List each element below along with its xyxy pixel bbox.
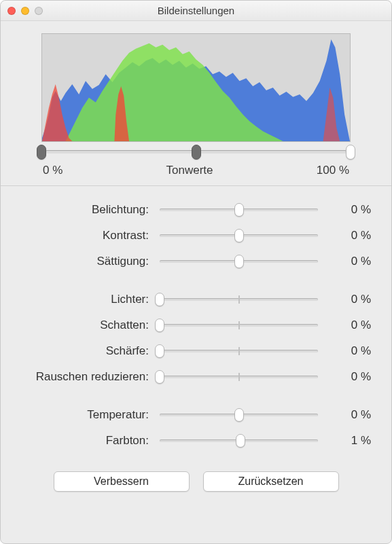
slider-label: Schatten: bbox=[14, 319, 149, 332]
window-controls bbox=[7, 7, 43, 15]
exposure-slider[interactable] bbox=[156, 202, 322, 218]
shadows-slider[interactable] bbox=[156, 317, 322, 333]
slider-knob[interactable] bbox=[234, 255, 244, 268]
enhance-button[interactable]: Verbessern bbox=[54, 471, 190, 492]
slider-label: Schärfe: bbox=[14, 344, 149, 358]
levels-center-label: Tonwerte bbox=[63, 164, 317, 177]
slider-tick bbox=[238, 347, 240, 355]
window-title: Bildeinstellungen bbox=[7, 5, 385, 16]
group-gap bbox=[14, 390, 371, 402]
slider-label: Rauschen reduzieren: bbox=[14, 370, 149, 384]
slider-knob[interactable] bbox=[234, 229, 244, 242]
tint-slider[interactable] bbox=[156, 433, 322, 449]
temperature-slider[interactable] bbox=[156, 407, 322, 423]
content: 0 % Tonwerte 100 % Belichtung:0 %Kontras… bbox=[1, 21, 391, 543]
minimize-icon[interactable] bbox=[21, 7, 29, 15]
histogram bbox=[41, 33, 351, 142]
slider-knob[interactable] bbox=[155, 370, 164, 384]
levels-labels: 0 % Tonwerte 100 % bbox=[41, 164, 351, 185]
levels-section: 0 % Tonwerte 100 % bbox=[1, 142, 391, 185]
slider-knob[interactable] bbox=[155, 344, 164, 358]
slider-row-tint: Farbton:1 % bbox=[14, 428, 371, 454]
slider-value: 0 % bbox=[329, 203, 371, 217]
levels-white-handle[interactable] bbox=[346, 145, 355, 160]
slider-label: Lichter: bbox=[14, 293, 149, 306]
slider-row-temperature: Temperatur:0 % bbox=[14, 402, 371, 428]
histogram-svg bbox=[42, 34, 350, 141]
slider-row-sharpness: Schärfe:0 % bbox=[14, 338, 371, 364]
footer: Verbessern Zurücksetzen bbox=[1, 459, 391, 508]
slider-row-highlights: Lichter:0 % bbox=[14, 287, 371, 312]
slider-knob[interactable] bbox=[234, 408, 244, 422]
slider-label: Temperatur: bbox=[14, 408, 149, 422]
slider-knob[interactable] bbox=[155, 319, 164, 332]
slider-value: 0 % bbox=[329, 344, 371, 358]
sliders-section: Belichtung:0 %Kontrast:0 %Sättigung:0 %L… bbox=[1, 186, 391, 459]
slider-label: Farbton: bbox=[14, 434, 149, 448]
sharpness-slider[interactable] bbox=[156, 343, 322, 359]
slider-row-shadows: Schatten:0 % bbox=[14, 312, 371, 338]
slider-tick bbox=[238, 373, 240, 381]
slider-tick bbox=[238, 295, 240, 304]
slider-label: Belichtung: bbox=[14, 203, 149, 217]
slider-value: 0 % bbox=[329, 370, 371, 384]
slider-label: Kontrast: bbox=[14, 229, 149, 242]
levels-mid-handle[interactable] bbox=[192, 145, 201, 160]
denoise-slider[interactable] bbox=[156, 369, 322, 385]
slider-value: 1 % bbox=[329, 434, 371, 448]
group-gap bbox=[14, 274, 371, 287]
saturation-slider[interactable] bbox=[156, 253, 322, 270]
reset-button[interactable]: Zurücksetzen bbox=[203, 471, 339, 492]
close-icon[interactable] bbox=[7, 7, 16, 15]
slider-row-saturation: Sättigung:0 % bbox=[14, 249, 371, 274]
slider-row-exposure: Belichtung:0 % bbox=[14, 197, 371, 223]
levels-left-label: 0 % bbox=[43, 164, 63, 177]
levels-black-handle[interactable] bbox=[37, 145, 46, 160]
slider-value: 0 % bbox=[329, 293, 371, 306]
slider-value: 0 % bbox=[329, 319, 371, 332]
slider-knob[interactable] bbox=[155, 293, 164, 306]
slider-row-denoise: Rauschen reduzieren:0 % bbox=[14, 364, 371, 390]
levels-track[interactable] bbox=[41, 145, 351, 164]
slider-knob[interactable] bbox=[236, 434, 245, 448]
maximize-icon bbox=[35, 7, 43, 15]
slider-label: Sättigung: bbox=[14, 255, 149, 268]
slider-value: 0 % bbox=[329, 255, 371, 268]
slider-value: 0 % bbox=[329, 229, 371, 242]
contrast-slider[interactable] bbox=[156, 228, 322, 244]
levels-right-label: 100 % bbox=[317, 164, 349, 177]
histogram-section bbox=[1, 21, 391, 142]
slider-row-contrast: Kontrast:0 % bbox=[14, 223, 371, 249]
slider-tick bbox=[238, 321, 240, 329]
slider-value: 0 % bbox=[329, 408, 371, 422]
titlebar: Bildeinstellungen bbox=[1, 1, 391, 21]
highlights-slider[interactable] bbox=[156, 291, 322, 308]
image-settings-window: Bildeinstellungen 0 % bbox=[0, 0, 392, 544]
slider-knob[interactable] bbox=[234, 203, 244, 217]
